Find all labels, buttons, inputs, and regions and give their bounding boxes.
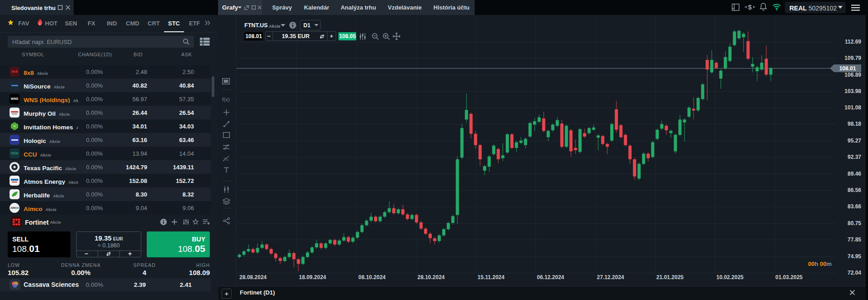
svg-text:108.01: 108.01 — [839, 65, 856, 72]
